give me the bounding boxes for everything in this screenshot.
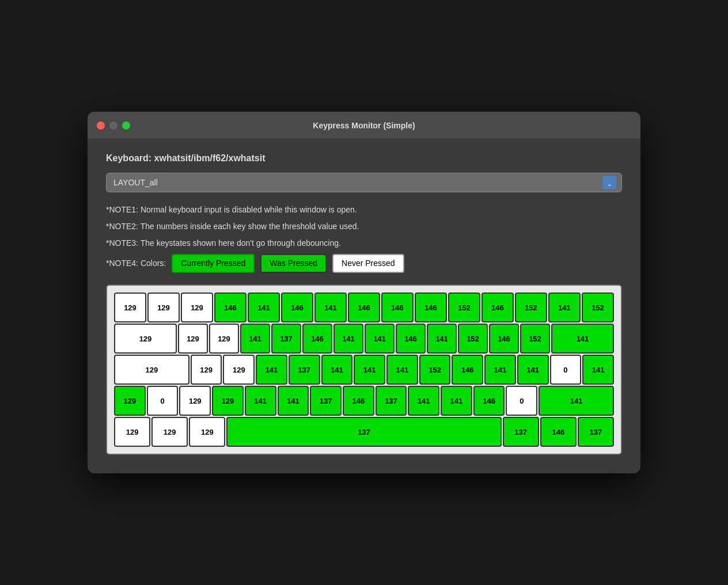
key-2-11: 141 xyxy=(517,355,549,385)
key-1-5: 146 xyxy=(302,324,332,354)
key-3-10: 141 xyxy=(441,386,472,416)
key-0-10: 152 xyxy=(448,292,480,322)
key-2-6: 141 xyxy=(354,355,385,385)
key-row-4: 129129129137137146137 xyxy=(114,417,614,447)
key-0-1: 129 xyxy=(147,292,180,322)
keyboard-grid: 1291291291461411461411461461461521461521… xyxy=(106,284,622,455)
badge-currently-pressed: Currently Pressed xyxy=(172,254,255,273)
note1: *NOTE1: Normal keyboard input is disable… xyxy=(106,204,622,216)
key-1-10: 152 xyxy=(458,324,488,354)
key-2-8: 152 xyxy=(419,355,451,385)
key-2-0: 129 xyxy=(114,355,189,385)
key-2-2: 129 xyxy=(223,355,255,385)
key-3-9: 141 xyxy=(408,386,439,416)
key-2-4: 137 xyxy=(289,355,320,385)
key-1-9: 141 xyxy=(427,324,457,354)
key-1-1: 129 xyxy=(178,324,208,354)
key-0-0: 129 xyxy=(114,292,146,322)
key-3-3: 129 xyxy=(212,386,244,416)
key-3-11: 146 xyxy=(473,386,505,416)
key-0-11: 146 xyxy=(481,292,514,322)
notes-section: *NOTE1: Normal keyboard input is disable… xyxy=(106,204,622,273)
key-3-13: 141 xyxy=(539,386,614,416)
minimize-button[interactable] xyxy=(109,121,117,130)
maximize-button[interactable] xyxy=(122,121,130,130)
key-3-0: 129 xyxy=(114,386,146,416)
key-0-9: 146 xyxy=(415,292,447,322)
key-1-8: 146 xyxy=(396,324,426,354)
key-row-2: 1291291291411371411411411521461411410141 xyxy=(114,355,614,385)
key-4-5: 146 xyxy=(540,417,577,447)
key-row-1: 1291291291411371461411411461411521461521… xyxy=(114,324,614,354)
key-2-7: 141 xyxy=(386,355,418,385)
key-0-3: 146 xyxy=(214,292,247,322)
badge-was-pressed: Was Pressed xyxy=(260,254,327,273)
key-4-3: 137 xyxy=(226,417,501,447)
key-4-6: 137 xyxy=(578,417,614,447)
key-0-7: 146 xyxy=(348,292,380,322)
key-1-0: 129 xyxy=(114,324,177,354)
window-title: Keypress Monitor (Simple) xyxy=(313,121,415,130)
note3: *NOTE3: The keystates shown here don't g… xyxy=(106,237,622,249)
key-2-12: 0 xyxy=(550,355,582,385)
key-row-0: 1291291291461411461411461461461521461521… xyxy=(114,292,614,322)
key-2-5: 141 xyxy=(321,355,353,385)
key-3-7: 146 xyxy=(343,386,374,416)
key-0-8: 146 xyxy=(381,292,414,322)
titlebar: Keypress Monitor (Simple) xyxy=(88,112,640,139)
note4-line: *NOTE4: Colors: Currently Pressed Was Pr… xyxy=(106,254,622,273)
key-1-3: 141 xyxy=(240,324,270,354)
key-1-11: 146 xyxy=(489,324,519,354)
key-4-4: 137 xyxy=(503,417,539,447)
key-2-3: 141 xyxy=(256,355,287,385)
key-3-6: 137 xyxy=(310,386,342,416)
key-0-4: 141 xyxy=(248,292,280,322)
badge-never-pressed: Never Pressed xyxy=(332,254,404,273)
key-0-6: 141 xyxy=(314,292,347,322)
key-3-1: 0 xyxy=(147,386,179,416)
key-1-6: 141 xyxy=(333,324,363,354)
key-4-0: 129 xyxy=(114,417,150,447)
key-1-13: 141 xyxy=(551,324,614,354)
key-3-4: 141 xyxy=(245,386,276,416)
key-0-2: 129 xyxy=(181,292,213,322)
key-1-7: 141 xyxy=(365,324,395,354)
key-4-1: 129 xyxy=(151,417,188,447)
key-3-12: 0 xyxy=(506,386,537,416)
key-0-14: 152 xyxy=(582,292,614,322)
key-1-12: 152 xyxy=(520,324,550,354)
key-1-2: 129 xyxy=(209,324,239,354)
keyboard-label: Keyboard: xwhatsit/ibm/f62/xwhatsit xyxy=(106,153,622,164)
key-row-3: 12901291291411411371461371411411460141 xyxy=(114,386,614,416)
key-3-5: 141 xyxy=(278,386,309,416)
key-3-2: 129 xyxy=(179,386,211,416)
key-2-9: 146 xyxy=(452,355,483,385)
key-2-13: 141 xyxy=(582,355,614,385)
layout-select-wrapper: LAYOUT_all xyxy=(106,173,622,192)
app-window: Keypress Monitor (Simple) Keyboard: xwha… xyxy=(88,112,640,473)
traffic-lights xyxy=(97,121,130,130)
close-button[interactable] xyxy=(97,121,105,130)
key-0-5: 146 xyxy=(281,292,313,322)
key-1-4: 137 xyxy=(271,324,301,354)
layout-select[interactable]: LAYOUT_all xyxy=(106,173,622,192)
key-0-12: 152 xyxy=(515,292,547,322)
note4-prefix: *NOTE4: Colors: xyxy=(106,257,166,269)
key-2-10: 141 xyxy=(484,355,516,385)
main-content: Keyboard: xwhatsit/ibm/f62/xwhatsit LAYO… xyxy=(88,139,640,473)
key-3-8: 137 xyxy=(376,386,407,416)
note2: *NOTE2: The numbers inside each key show… xyxy=(106,221,622,233)
key-0-13: 141 xyxy=(548,292,581,322)
key-2-1: 129 xyxy=(191,355,222,385)
key-4-2: 129 xyxy=(189,417,225,447)
